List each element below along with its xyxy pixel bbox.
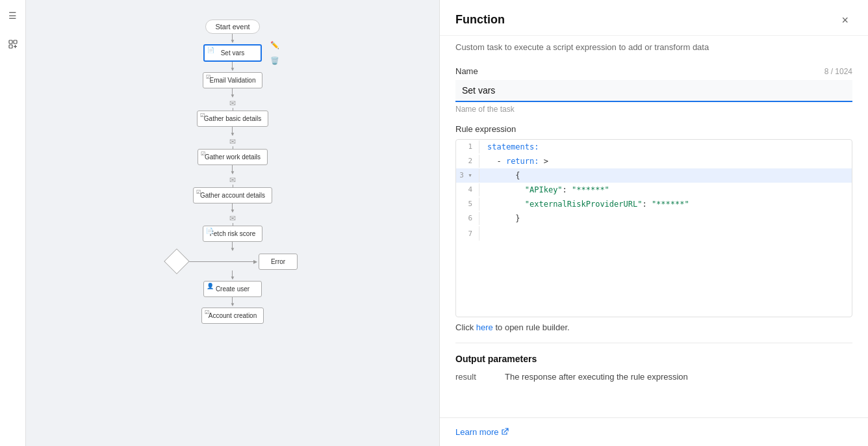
svg-rect-1 [14, 40, 17, 44]
email-validation-node[interactable]: ☑ Email Validation [203, 72, 263, 88]
arrow-7: ▼ [230, 242, 235, 252]
close-button[interactable]: × [837, 13, 852, 27]
external-link-icon [501, 428, 509, 437]
output-value-result: The response after executing the rule ex… [505, 372, 688, 382]
code-line-2: 2 - return: > [456, 154, 852, 168]
connector-send-1: ✉ [229, 99, 236, 108]
code-line-7: 7 [456, 226, 852, 317]
rule-builder-link[interactable]: here [476, 322, 493, 332]
sidebar: ☰ [0, 0, 26, 446]
set-vars-wrapper: 📄 Set vars ✏️ 🗑️ [203, 44, 262, 62]
sidebar-menu-icon[interactable]: ☰ [4, 7, 22, 25]
name-label: Name [455, 66, 478, 76]
fetch-risk-node[interactable]: 📄 Fetch risk score [203, 226, 263, 242]
code-line-4: 4 "APIkey": "******" [456, 183, 852, 197]
gateway-node[interactable] [164, 248, 190, 274]
rule-expression-label: Rule expression [455, 124, 852, 134]
code-editor[interactable]: 1 statements: 2 - return: > 3 ▾ { 4 [455, 139, 852, 317]
flow-diagram: Start event ▼ 📄 Set vars ✏️ 🗑️ ▼ [26, 0, 439, 324]
name-field-header: Name 8 / 1024 [455, 66, 852, 76]
output-key-result: result [455, 372, 494, 382]
svg-rect-2 [9, 45, 12, 48]
account-creation-node[interactable]: ☑ Account creation [201, 308, 264, 324]
check-icon-2: ☑ [200, 112, 205, 118]
connector-send-2: ✉ [229, 137, 236, 146]
gather-account-node[interactable]: ☑ Gather account details [193, 187, 272, 203]
panel-title: Function [455, 13, 505, 27]
code-line-3: 3 ▾ { [456, 168, 852, 183]
connector-send-3: ✉ [229, 176, 236, 185]
code-line-1: 1 statements: [456, 140, 852, 154]
panel-body: Name 8 / 1024 Name of the task Rule expr… [440, 59, 868, 417]
code-line-6: 6 } [456, 211, 852, 226]
panel-subtitle: Custom task to execute a script expressi… [440, 36, 868, 59]
node-actions: ✏️ 🗑️ [268, 39, 281, 68]
arrow-2: ▼ [230, 62, 235, 72]
error-node[interactable]: Error [259, 254, 298, 270]
svg-rect-0 [9, 40, 12, 44]
flow-step-create-user: 👤 Create user [203, 281, 262, 297]
flow-step-set-vars: 📄 Set vars ✏️ 🗑️ [203, 44, 262, 62]
output-row-result: result The response after executing the … [455, 372, 852, 382]
rule-expression-section: Rule expression 1 statements: 2 - return… [455, 124, 852, 332]
check-icon-4: ☑ [196, 189, 201, 195]
arrow-1: ▼ [230, 34, 235, 44]
learn-more-link[interactable]: Learn more [455, 427, 509, 437]
doc-icon: 📄 [207, 47, 214, 53]
gather-work-node[interactable]: ☑ Gather work details [198, 149, 268, 165]
code-line-5: 5 "externalRiskProviderURL": "******" [456, 197, 852, 211]
name-hint: Name of the task [455, 105, 852, 114]
sidebar-add-icon[interactable] [4, 35, 22, 53]
canvas-area: Start event ▼ 📄 Set vars ✏️ 🗑️ ▼ [26, 0, 439, 446]
flow-step-email: ☑ Email Validation [203, 72, 263, 88]
rule-builder-text: Click here to open rule builder. [455, 322, 852, 332]
error-branch: ▶ Error [186, 254, 298, 270]
name-counter: 8 / 1024 [824, 67, 852, 76]
gateway-row: ▶ Error [168, 252, 298, 270]
arrow-4: ▼ [230, 127, 235, 137]
output-parameters-section: Output parameters result The response af… [455, 343, 852, 382]
learn-more-section: Learn more [440, 417, 868, 446]
create-user-node[interactable]: 👤 Create user [203, 281, 262, 297]
arrow-6: ▼ [230, 203, 235, 214]
check-icon: ☑ [206, 74, 211, 80]
doc-icon-2: 📄 [206, 228, 213, 234]
flow-step-gather-work: ☑ Gather work details [198, 149, 268, 165]
flow-step-gather-account: ☑ Gather account details [193, 187, 272, 203]
connector-send-4: ✉ [229, 214, 236, 223]
flow-step-start: Start event [205, 20, 259, 34]
person-icon: 👤 [207, 283, 214, 289]
check-icon-3: ☑ [201, 151, 205, 157]
arrow-5: ▼ [230, 165, 235, 176]
arrow-9: ▼ [230, 297, 235, 308]
delete-node-button[interactable]: 🗑️ [268, 55, 281, 68]
output-title: Output parameters [455, 354, 852, 364]
name-field-section: Name 8 / 1024 Name of the task [455, 59, 852, 114]
edit-node-button[interactable]: ✏️ [268, 39, 281, 52]
arrow-3: ▼ [230, 88, 235, 99]
check-icon-5: ☑ [205, 309, 209, 315]
flow-step-gather-basic: ☑ Gather basic details [197, 111, 268, 127]
start-event-node[interactable]: Start event [205, 20, 259, 34]
gather-basic-node[interactable]: ☑ Gather basic details [197, 111, 268, 127]
arrow-8: ▼ [230, 270, 235, 281]
set-vars-node[interactable]: 📄 Set vars [203, 44, 262, 62]
right-panel: Function × Custom task to execute a scri… [439, 0, 868, 446]
panel-header: Function × [440, 0, 868, 36]
flow-step-account-creation: ☑ Account creation [201, 308, 264, 324]
flow-step-fetch-risk: 📄 Fetch risk score [203, 226, 263, 242]
name-input[interactable] [455, 80, 852, 102]
